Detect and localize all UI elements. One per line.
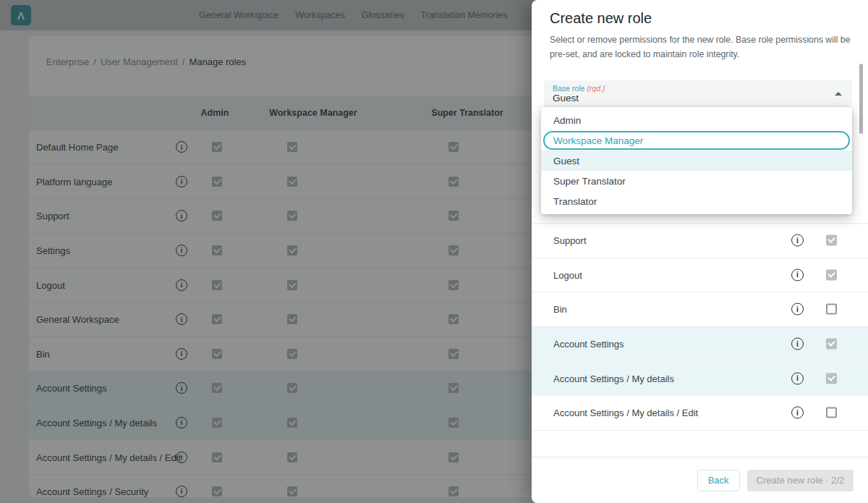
menu-option-workspace-manager[interactable]: Workspace Manager (541, 130, 852, 151)
menu-option-label: Guest (553, 156, 579, 166)
menu-option-admin[interactable]: Admin (541, 110, 852, 130)
checkbox-unchecked[interactable] (826, 407, 837, 418)
menu-option-guest[interactable]: Guest (541, 151, 852, 171)
create-new-role-button[interactable]: Create new role · 2/2 (747, 470, 854, 491)
menu-option-label: Translator (553, 196, 597, 207)
menu-option-label: Admin (553, 115, 581, 126)
permission-label: Logout (553, 269, 582, 280)
base-role-label: Base role(rqd.) (553, 84, 605, 93)
drawer-description: Select or remove permissions for the new… (550, 33, 856, 62)
drawer-permission-row-support: Support (532, 224, 868, 258)
base-role-value: Guest (553, 93, 579, 103)
base-role-menu: AdminWorkspace ManagerGuestSuper Transla… (541, 107, 852, 214)
info-icon[interactable] (791, 303, 804, 316)
checkbox-checked[interactable] (826, 339, 837, 350)
checkbox-checked[interactable] (826, 373, 837, 384)
base-role-label-text: Base role (553, 84, 584, 93)
drawer-permission-row-logout: Logout (532, 258, 868, 293)
drawer-permission-row-account-settings-my-details: Account Settings / My details (532, 361, 868, 396)
info-icon[interactable] (791, 407, 804, 419)
menu-option-label: Workspace Manager (553, 135, 643, 146)
drawer-permission-row-account-settings-my-details-edit: Account Settings / My details / Edit (532, 396, 868, 431)
screen: Λ General WorkspaceWorkspacesGlossariesT… (0, 0, 868, 503)
permission-label: Support (553, 235, 587, 246)
permission-label: Account Settings (553, 339, 624, 350)
info-icon[interactable] (791, 234, 804, 247)
base-role-select[interactable]: Base role(rqd.) Guest (544, 80, 852, 107)
drawer-permission-row-bin: Bin (532, 292, 868, 327)
scrollbar-thumb[interactable] (859, 64, 863, 134)
permission-label: Account Settings / My details (553, 373, 674, 384)
drawer-title: Create new role (550, 10, 652, 27)
required-hint: (rqd.) (587, 84, 605, 93)
checkbox-unchecked[interactable] (826, 304, 837, 315)
drawer-permission-row-account-settings: Account Settings (532, 327, 868, 362)
info-icon[interactable] (791, 372, 804, 384)
permission-label: Account Settings / My details / Edit (553, 407, 698, 418)
menu-option-label: Super Translator (553, 176, 626, 187)
chevron-up-icon (835, 92, 842, 96)
drawer-footer: Back Create new role · 2/2 (532, 457, 868, 503)
permission-label: Bin (553, 304, 567, 315)
info-icon[interactable] (791, 338, 804, 350)
checkbox-checked[interactable] (826, 235, 837, 246)
menu-option-translator[interactable]: Translator (541, 191, 852, 211)
info-icon[interactable] (791, 269, 804, 281)
checkbox-checked[interactable] (826, 269, 837, 280)
back-button[interactable]: Back (697, 470, 740, 491)
drawer-permission-list: SupportLogoutBinAccount SettingsAccount … (532, 223, 868, 431)
menu-option-super-translator[interactable]: Super Translator (541, 171, 852, 191)
create-role-drawer: Create new role Select or remove permiss… (532, 0, 868, 503)
